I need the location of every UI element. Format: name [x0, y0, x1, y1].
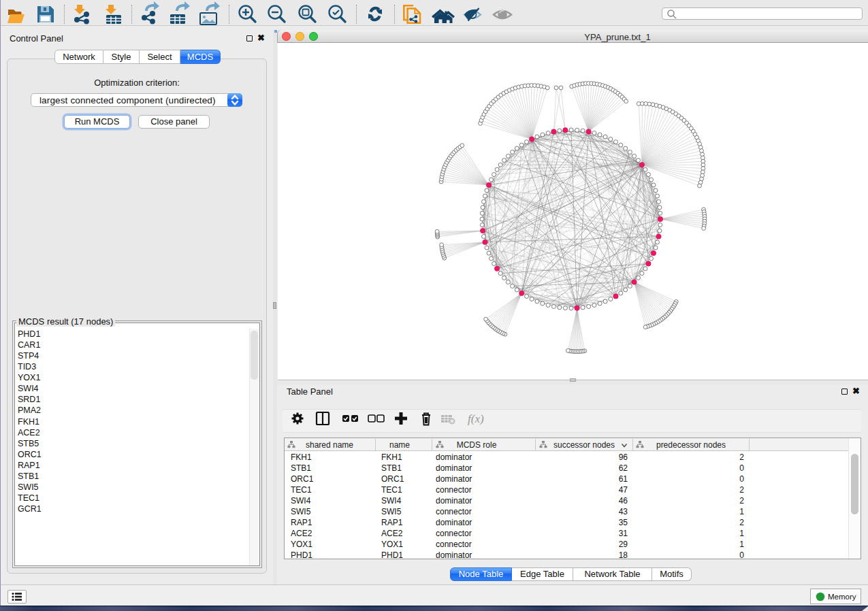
svg-text:f(x): f(x): [468, 412, 484, 425]
